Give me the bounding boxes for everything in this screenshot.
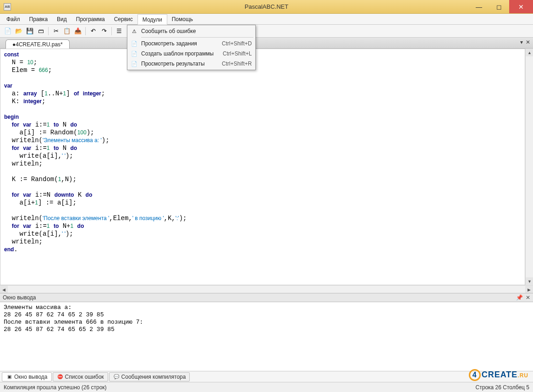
document-icon: 📄 [130,60,138,67]
minimize-button[interactable]: — [469,0,489,13]
dropdown-item-label: Просмотреть задания [141,40,213,47]
dropdown-shortcut: Ctrl+Shift+R [222,61,252,67]
bottom-tab-label: Окно вывода [14,374,48,380]
scroll-up-icon[interactable]: ▲ [526,49,533,56]
app-icon: AB [4,3,11,11]
undo-button[interactable]: ↶ [88,26,98,36]
document-icon: 📄 [130,40,138,47]
menu-item-программа[interactable]: Программа [71,14,110,24]
dropdown-item[interactable]: ⚠Сообщить об ошибке [128,26,254,36]
tab-close-icon[interactable]: ✕ [526,39,530,45]
horizontal-scrollbar[interactable]: ◀ ▶ [0,285,533,293]
out-icon: ▣ [6,374,12,380]
watermark-logo: 4CREATE.RU [469,369,528,381]
saveall-button[interactable]: 🗃 [36,26,46,36]
bottom-tab-label: Список ошибок [65,374,104,380]
window-title: PascalABC.NET [245,3,288,10]
menu-item-сервис[interactable]: Сервис [110,14,137,24]
copy-button[interactable]: 📋 [62,26,72,36]
dropdown-item-label: Просмотреть результаты [141,61,213,67]
title-bar: AB PascalABC.NET — ◻ ✕ [0,0,533,14]
bottom-tab[interactable]: ⛔Список ошибок [53,372,108,381]
new-button[interactable]: 📄 [3,26,13,36]
menu-bar: ФайлПравкаВидПрограммаСервисМодулиПомощь [0,14,533,25]
dropdown-item-label: Сообщить об ошибке [141,28,242,34]
paste-button[interactable]: 📥 [73,26,83,36]
pin-icon[interactable]: 📌 [516,294,523,301]
scroll-right-icon[interactable]: ▶ [525,286,533,293]
maximize-button[interactable]: ◻ [489,0,509,13]
scroll-down-icon[interactable]: ▼ [526,277,533,285]
tab-dropdown-icon[interactable]: ▾ [520,39,523,45]
bottom-tab-label: Сообщения компилятора [121,374,186,380]
dropdown-item[interactable]: 📄Создать шаблон программыCtrl+Shift+L [128,49,254,59]
bottom-tab-strip: ▣Окно вывода⛔Список ошибок💬Сообщения ком… [0,371,533,382]
file-tab[interactable]: ●4CREATE.RU.pas* [5,39,70,49]
window-controls: — ◻ ✕ [469,0,533,13]
menu-item-файл[interactable]: Файл [2,14,25,24]
err-icon: ⛔ [57,374,63,380]
open-button[interactable]: 📂 [14,26,24,36]
msg-icon: 💬 [113,374,120,380]
save-button[interactable]: 💾 [25,26,35,36]
bottom-tab[interactable]: 💬Сообщения компилятора [109,372,190,381]
toolbar: 📄📂💾🗃✂📋📥↶↷☰↧▶ [0,25,533,38]
redo-button[interactable]: ↷ [99,26,109,36]
cut-button[interactable]: ✂ [51,26,61,36]
output-panel-title: Окно вывода [3,294,36,301]
dropdown-item-label: Создать шаблон программы [141,50,214,57]
output-panel-body[interactable]: Элементы массива a: 28 26 45 87 62 74 65… [0,302,533,371]
code-editor[interactable]: const N = 10; Elem = 666; var a: array [… [0,49,525,285]
panel-close-icon[interactable]: ✕ [526,294,530,301]
file-tab-strip: ●4CREATE.RU.pas* ▾ ✕ [0,38,533,49]
dropdown-shortcut: Ctrl+Shift+L [223,50,252,57]
dropdown-item[interactable]: 📄Просмотреть результатыCtrl+Shift+R [128,59,254,69]
toolbar-separator [85,27,86,35]
dropdown-shortcut: Ctrl+Shift+D [222,40,252,47]
cursor-position: Строка 26 Столбец 5 [476,384,529,391]
menu-item-правка[interactable]: Правка [25,14,53,24]
scroll-left-icon[interactable]: ◀ [0,286,8,293]
menu-item-помощь[interactable]: Помощь [167,14,198,24]
modules-dropdown: ⚠Сообщить об ошибке📄Просмотреть заданияC… [127,25,256,70]
toolbar-separator [111,27,112,35]
tab-strip-tools: ▾ ✕ [520,39,530,45]
menu-item-вид[interactable]: Вид [52,14,71,24]
close-button[interactable]: ✕ [509,0,533,13]
dropdown-item[interactable]: 📄Просмотреть заданияCtrl+Shift+D [128,39,254,49]
status-message: Компиляция прошла успешно (26 строк) [4,384,107,391]
document-icon: 📄 [130,50,138,57]
prop-button[interactable]: ☰ [114,26,124,36]
toolbar-separator [48,27,49,35]
status-bar: Компиляция прошла успешно (26 строк) Стр… [0,382,533,392]
menu-item-модули[interactable]: Модули [137,14,167,25]
warning-icon: ⚠ [130,28,138,35]
vertical-scrollbar[interactable]: ▲ ▼ [525,49,533,285]
dropdown-separator [141,37,253,38]
output-panel-header: Окно вывода 📌 ✕ [0,293,533,302]
bottom-tab[interactable]: ▣Окно вывода [2,372,52,381]
editor-area: const N = 10; Elem = 666; var a: array [… [0,49,533,285]
